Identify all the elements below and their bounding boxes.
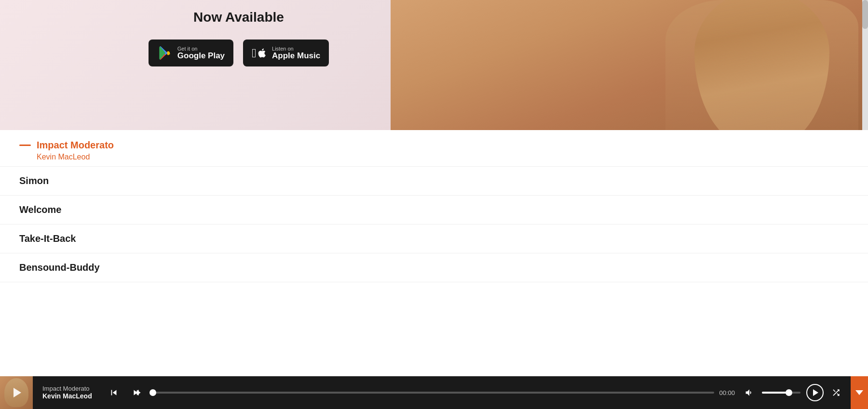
apple-icon:  xyxy=(252,45,267,61)
scrollbar-thumb[interactable] xyxy=(862,0,868,29)
google-play-pre-label: Get it on xyxy=(177,46,225,52)
track-name-simon: Simon xyxy=(19,175,49,186)
track-name-welcome: Welcome xyxy=(19,204,61,215)
hero-title: Now Available xyxy=(193,10,284,25)
player-spacer xyxy=(0,282,868,321)
current-track-name: Impact Moderato xyxy=(37,140,114,151)
google-play-icon xyxy=(157,45,173,61)
tracklist: Impact Moderato Kevin MacLeod Simon Welc… xyxy=(0,130,868,282)
hero-section: Now Available Get it on Google Play xyxy=(0,0,868,130)
apple-music-button[interactable]:  Listen on Apple Music xyxy=(243,40,329,66)
current-track-artist: Kevin MacLeod xyxy=(19,153,849,161)
track-item-simon[interactable]: Simon xyxy=(0,167,868,196)
hero-image xyxy=(391,0,868,130)
track-item-take-it-back[interactable]: Take-It-Back xyxy=(0,224,868,253)
playing-dash-icon xyxy=(19,145,31,146)
track-item-bensound-buddy[interactable]: Bensound-Buddy xyxy=(0,253,868,282)
google-play-button[interactable]: Get it on Google Play xyxy=(149,40,233,66)
google-play-text: Get it on Google Play xyxy=(177,46,225,61)
track-name-take-it-back: Take-It-Back xyxy=(19,233,76,244)
apple-music-text: Listen on Apple Music xyxy=(272,46,320,61)
store-buttons: Get it on Google Play  Listen on Apple … xyxy=(149,40,329,66)
google-play-main-label: Google Play xyxy=(177,52,225,61)
track-name-bensound-buddy: Bensound-Buddy xyxy=(19,262,100,273)
current-track-heading: Impact Moderato xyxy=(19,140,849,151)
track-item-welcome[interactable]: Welcome xyxy=(0,196,868,224)
current-track-item[interactable]: Impact Moderato Kevin MacLeod xyxy=(0,130,868,167)
apple-music-main-label: Apple Music xyxy=(272,52,320,61)
apple-music-pre-label: Listen on xyxy=(272,46,320,52)
scrollbar-track[interactable] xyxy=(862,0,868,130)
